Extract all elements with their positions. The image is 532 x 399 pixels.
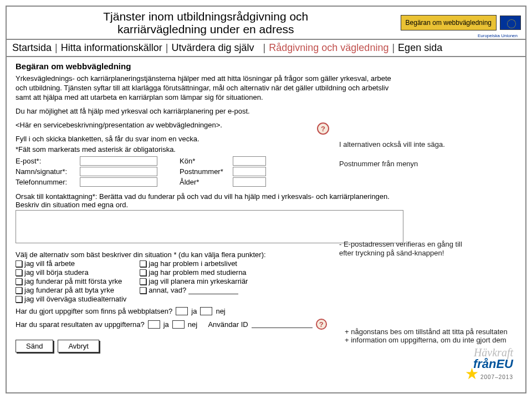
name-label: Namn/signatur*: (16, 167, 76, 176)
opt-problem-studierna: jag har problem med studierna (149, 268, 246, 277)
logo-top: Hävkraft (465, 347, 513, 358)
nav-hitta[interactable]: Hitta informationskällor (61, 42, 162, 54)
q1-text: Har du gjort uppgifter som finns på webb… (16, 307, 172, 315)
main-nav: Startsida | Hitta informationskällor| Ut… (7, 40, 525, 57)
page-frame: Tjänster inom utbildningsrådgivning och … (6, 6, 526, 393)
intro-line2: Du har möjlighet att få hjälp med yrkesv… (16, 107, 403, 116)
userid-input[interactable] (252, 320, 313, 328)
field-email: E-post*: (16, 156, 157, 166)
header-badge: Begäran om webbvägledning (401, 15, 497, 30)
annotation-email-verify: - E-postadressen verifieras en gång till… (339, 240, 505, 257)
no-label2: nej (188, 320, 197, 329)
q1-yes-box[interactable] (176, 307, 188, 315)
checkbox[interactable] (16, 287, 22, 294)
nav-startsida[interactable]: Startsida (12, 42, 52, 54)
reason-textarea[interactable] (16, 210, 403, 243)
opt-planera-karriar: jag vill planera min yrkeskarriär (149, 277, 248, 285)
name-input[interactable] (80, 167, 157, 176)
service-placeholder: <Här en servicebeskrivning/presentation … (16, 121, 403, 130)
zip-label: Postnummer* (180, 167, 229, 176)
nav-sep: | (166, 42, 168, 54)
opt-byta-yrke: jag funderar på att byta yrke (24, 286, 114, 294)
nav-utvardera[interactable]: Utvärdera dig själv (172, 42, 254, 54)
phone-label: Telefonnummer: (16, 178, 76, 186)
q1-no-box[interactable] (200, 307, 212, 315)
options-block: Välj de alternativ som bäst beskriver di… (16, 250, 516, 304)
yes-label2: ja (163, 320, 169, 329)
logo-years: 2007–2013 (480, 374, 513, 380)
opt-forsta-yrke: jag funderar på mitt första yrke (24, 277, 122, 285)
help-icon-2[interactable]: ? (316, 319, 327, 330)
intro-text: Yrkesväglednings- och karriärplaneringst… (16, 74, 403, 103)
form-row-1: E-post*: Kön* (16, 156, 516, 166)
age-input[interactable] (233, 177, 266, 187)
reason-label: Orsak till kontakttagning*: Berätta vad … (16, 192, 403, 209)
yes-label: ja (191, 307, 197, 315)
header-right: Begäran om webbvägledning (401, 15, 521, 30)
question-line-1: Har du gjort uppgifter som finns på webb… (16, 307, 516, 315)
header: Tjänster inom utbildningsrådgivning och … (7, 7, 525, 40)
nav-sep: | (392, 42, 395, 54)
checkbox[interactable] (16, 296, 22, 303)
form-row-3: Telefonnummer: Ålder* (16, 177, 516, 187)
checkbox[interactable] (16, 269, 22, 276)
field-age: Ålder* (180, 177, 266, 187)
opt-studera: jag vill börja studera (24, 268, 89, 277)
checkbox[interactable] (16, 260, 22, 267)
opt-studiealternativ: jag vill överväga studiealternativ (24, 295, 126, 303)
opt-arbete: jag vill få arbete (24, 259, 75, 268)
checkbox[interactable] (140, 287, 146, 294)
options-col2: jag har problem i arbetslivet jag har pr… (140, 259, 248, 304)
annat-input[interactable] (188, 287, 238, 294)
annotation-permission2: + information om uppgifterna, om du inte… (345, 336, 522, 345)
cancel-button[interactable]: Avbryt (58, 340, 99, 352)
opt-problem-arbetslivet: jag har problem i arbetslivet (149, 259, 237, 268)
nav-sep: | (258, 42, 266, 54)
title-line1: Tjänster inom utbildningsrådgivning och (103, 10, 308, 23)
checkbox[interactable] (140, 260, 146, 267)
title-line2: karriärvägledning under en adress (117, 23, 294, 35)
q2-text: Har du sparat resultaten av uppgifterna? (16, 320, 145, 329)
star-icon: ★ (465, 365, 479, 382)
eu-footer-logo: Hävkraft frånEU ★ 2007–2013 (465, 347, 513, 380)
page-title: Tjänster inom utbildningsrådgivning och … (11, 9, 401, 37)
options-columns: jag vill få arbete jag vill börja studer… (16, 259, 516, 304)
checkbox[interactable] (16, 278, 22, 285)
checkbox[interactable] (140, 269, 146, 276)
annotation-alternatives: I alternativen också vill inte säga. (339, 140, 467, 149)
phone-input[interactable] (80, 177, 157, 187)
email-input[interactable] (80, 156, 157, 166)
eu-flag-label: Europeiska Unionen (478, 33, 518, 38)
annotation-permission1: + någonstans bes om tillstånd att titta … (345, 328, 522, 336)
section-title: Begäran om webbvägledning (16, 62, 516, 71)
no-label: nej (216, 307, 225, 315)
q2-yes-box[interactable] (148, 320, 160, 329)
field-gender: Kön* (180, 156, 266, 166)
nav-radgivning[interactable]: Rådgivning och vägledning (269, 42, 388, 54)
checkbox[interactable] (140, 278, 146, 285)
email-label: E-post*: (16, 157, 76, 165)
options-col1: jag vill få arbete jag vill börja studer… (16, 259, 126, 304)
nav-sep: | (55, 42, 58, 54)
send-button[interactable]: Sänd (16, 340, 53, 352)
form-row-2: Namn/signatur*: Postnummer* (16, 167, 516, 176)
field-zip: Postnummer* (180, 167, 266, 176)
field-name: Namn/signatur*: (16, 167, 157, 176)
eu-flag-icon (500, 16, 521, 30)
gender-input[interactable] (233, 156, 266, 166)
help-icon[interactable]: ? (317, 122, 329, 135)
content: Begäran om webbvägledning Yrkesväglednin… (7, 57, 525, 357)
field-phone: Telefonnummer: (16, 177, 157, 187)
age-label: Ålder* (180, 178, 229, 186)
nav-egen-sida[interactable]: Egen sida (398, 42, 442, 54)
gender-label: Kön* (180, 157, 229, 165)
annotation-postnummer: Postnummer från menyn (339, 160, 418, 168)
q2-no-box[interactable] (172, 320, 185, 329)
opt-annat: annat, vad? (149, 286, 186, 294)
zip-input[interactable] (233, 167, 266, 176)
userid-label: Användar ID (208, 320, 248, 329)
